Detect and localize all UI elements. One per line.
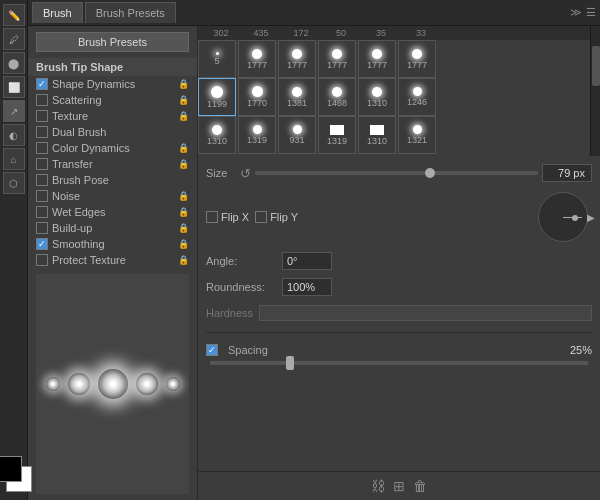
foreground-color-box[interactable] <box>0 456 22 482</box>
checkbox-shape-dynamics[interactable]: ✓ <box>36 78 48 90</box>
preset-cell[interactable]: 1319 <box>238 116 276 154</box>
option-color-dynamics[interactable]: Color Dynamics 🔒 <box>28 140 197 156</box>
brush-presets-button[interactable]: Brush Presets <box>36 32 189 52</box>
checkbox-wet-edges[interactable] <box>36 206 48 218</box>
brush-rect <box>370 125 384 135</box>
option-brush-pose[interactable]: Brush Pose <box>28 172 197 188</box>
lock-icon-cd: 🔒 <box>178 143 189 153</box>
brush-dot <box>372 87 382 97</box>
angle-dial[interactable]: ▶ <box>538 192 588 242</box>
preset-cell[interactable]: 1310 <box>358 116 396 154</box>
right-panel: 302 435 172 50 35 33 5 <box>198 26 600 500</box>
trash-icon[interactable]: 🗑 <box>413 478 427 494</box>
size-slider[interactable] <box>255 171 538 175</box>
flip-y-checkbox[interactable] <box>255 211 267 223</box>
spacing-slider-thumb <box>286 356 294 370</box>
tab-brush[interactable]: Brush <box>32 2 83 23</box>
flip-x-checkbox[interactable] <box>206 211 218 223</box>
brush-dot <box>293 125 302 134</box>
left-toolbar: ✏️ 🖊 ⬤ ⬜ ↗ ◐ ⌂ ⬡ <box>0 0 28 500</box>
sparkle-4 <box>136 373 158 395</box>
menu-icon[interactable]: ☰ <box>586 6 596 19</box>
lock-icon: 🔒 <box>178 79 189 89</box>
preset-cell[interactable]: 1777 <box>318 40 356 78</box>
spacing-slider[interactable] <box>210 361 588 365</box>
checkbox-build-up[interactable] <box>36 222 48 234</box>
option-build-up[interactable]: Build-up 🔒 <box>28 220 197 236</box>
size-value[interactable]: 79 px <box>542 164 592 182</box>
brush-dot <box>211 86 223 98</box>
option-shape-dynamics[interactable]: ✓ Shape Dynamics 🔒 <box>28 76 197 92</box>
size-label: Size <box>206 167 236 179</box>
hardness-bar[interactable] <box>259 305 592 321</box>
preset-cell[interactable]: 1468 <box>318 78 356 116</box>
preset-cell[interactable]: 1310 <box>198 116 236 154</box>
dial-dot <box>572 215 578 221</box>
preset-cell[interactable]: 1310 <box>358 78 396 116</box>
brush-dot <box>412 49 422 59</box>
panel-body: Brush Presets Brush Tip Shape ✓ Shape Dy… <box>28 26 600 500</box>
preset-cell[interactable]: 5 <box>198 40 236 78</box>
angle-input[interactable]: 0° <box>282 252 332 270</box>
stamp-tool-icon[interactable]: ⬤ <box>3 52 25 74</box>
checkbox-brush-pose[interactable] <box>36 174 48 186</box>
grid-icon[interactable]: ⊞ <box>393 478 405 494</box>
checkbox-protect-texture[interactable] <box>36 254 48 266</box>
brush-preview <box>36 274 189 494</box>
preset-cell[interactable]: 1381 <box>278 78 316 116</box>
flip-x-btn[interactable]: Flip X <box>206 211 249 223</box>
option-texture[interactable]: Texture 🔒 <box>28 108 197 124</box>
checkbox-noise[interactable] <box>36 190 48 202</box>
option-dual-brush[interactable]: Dual Brush <box>28 124 197 140</box>
link-icon[interactable]: ⛓ <box>371 478 385 494</box>
checkbox-texture[interactable] <box>36 110 48 122</box>
brush-dot <box>252 49 262 59</box>
option-scattering[interactable]: Scattering 🔒 <box>28 92 197 108</box>
checkbox-color-dynamics[interactable] <box>36 142 48 154</box>
option-protect-texture[interactable]: Protect Texture 🔒 <box>28 252 197 268</box>
spacing-label: Spacing <box>228 344 298 356</box>
dial-arrow: ▶ <box>587 212 595 223</box>
sparkle-2 <box>68 373 90 395</box>
brush-preview-inner <box>36 274 189 494</box>
preset-cell[interactable]: 1777 <box>358 40 396 78</box>
brush-dot <box>413 87 422 96</box>
spacing-value: 25% <box>570 344 592 356</box>
expand-icon[interactable]: ≫ <box>570 6 582 19</box>
dodge-tool-icon[interactable]: ◐ <box>3 124 25 146</box>
checkbox-transfer[interactable] <box>36 158 48 170</box>
preset-cell[interactable]: 1321 <box>398 116 436 154</box>
blur-tool-icon[interactable]: ⌂ <box>3 148 25 170</box>
preset-cell[interactable]: 1246 <box>398 78 436 116</box>
preset-cell-selected[interactable]: 1199 <box>198 78 236 116</box>
presets-scrollbar[interactable] <box>590 26 600 156</box>
roundness-input[interactable]: 100% <box>282 278 332 296</box>
preset-cell[interactable]: 1319 <box>318 116 356 154</box>
preset-cell[interactable]: 1777 <box>278 40 316 78</box>
color-boxes <box>0 456 32 492</box>
pencil-tool-icon[interactable]: 🖊 <box>3 28 25 50</box>
brush-tool-icon[interactable]: ✏️ <box>3 4 25 26</box>
preset-cell[interactable]: 1770 <box>238 78 276 116</box>
preset-cell[interactable]: 1777 <box>398 40 436 78</box>
size-slider-thumb <box>425 168 435 178</box>
tab-brush-presets[interactable]: Brush Presets <box>85 2 176 23</box>
sponge-tool-icon[interactable]: ⬡ <box>3 172 25 194</box>
options-panel: Brush Presets Brush Tip Shape ✓ Shape Dy… <box>28 26 198 500</box>
checkbox-scattering[interactable] <box>36 94 48 106</box>
presets-cols: 302 435 172 50 35 33 5 <box>198 26 590 156</box>
eraser-tool-icon[interactable]: ⬜ <box>3 76 25 98</box>
option-transfer[interactable]: Transfer 🔒 <box>28 156 197 172</box>
preset-cell[interactable]: 1777 <box>238 40 276 78</box>
smudge-tool-icon[interactable]: ↗ <box>3 100 25 122</box>
checkbox-dual-brush[interactable] <box>36 126 48 138</box>
option-noise[interactable]: Noise 🔒 <box>28 188 197 204</box>
spacing-checkbox[interactable]: ✓ <box>206 344 218 356</box>
option-smoothing[interactable]: ✓ Smoothing 🔒 <box>28 236 197 252</box>
reset-size-icon[interactable]: ↺ <box>240 166 251 181</box>
checkbox-smoothing[interactable]: ✓ <box>36 238 48 250</box>
option-wet-edges[interactable]: Wet Edges 🔒 <box>28 204 197 220</box>
flip-y-btn[interactable]: Flip Y <box>255 211 298 223</box>
preset-cell[interactable]: 931 <box>278 116 316 154</box>
presets-row-3: 1310 1319 931 <box>198 116 590 154</box>
